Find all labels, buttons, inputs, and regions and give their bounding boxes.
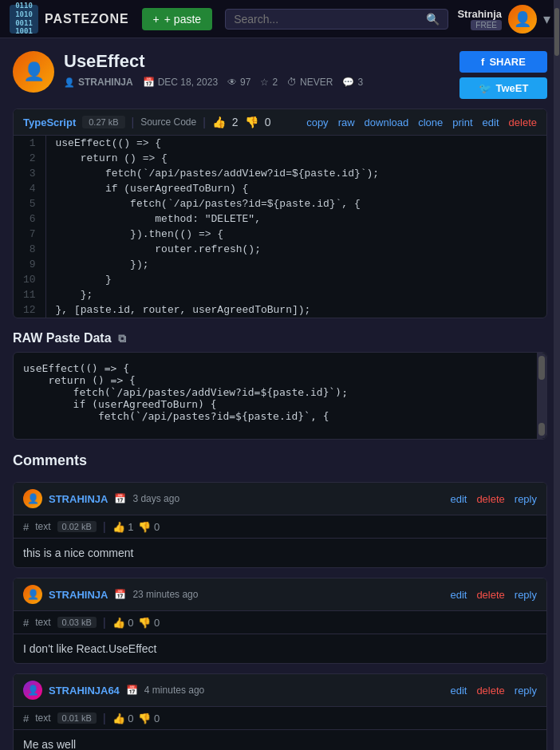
- comment-meta: # text 0.01 kB | 👍 0 👎 0: [14, 707, 546, 730]
- paste-date: 📅 DEC 18, 2023: [143, 77, 218, 88]
- line-code: router.refresh();: [45, 242, 546, 257]
- comment-meta: # text 0.03 kB | 👍 0 👎 0: [14, 611, 546, 634]
- line-number: 6: [14, 211, 45, 227]
- line-number: 2: [14, 151, 45, 166]
- paste-meta: 👤 STRAHINJA 📅 DEC 18, 2023 👁 97 ☆ 2 ⏱: [64, 77, 450, 88]
- comment-avatar: 👤: [23, 681, 42, 700]
- raw-box: useEffect(() => { return () => { fetch(`…: [13, 352, 547, 440]
- avatar-icon: 👤: [27, 493, 39, 504]
- search-input[interactable]: [234, 13, 421, 26]
- edit-button[interactable]: edit: [483, 116, 499, 128]
- comment-delete-button[interactable]: delete: [476, 685, 504, 697]
- comment-body: I don't like React.UseEffect: [14, 634, 546, 663]
- logo-area: 0110101000111001 PASTEZONE: [10, 5, 129, 34]
- comment-edit-button[interactable]: edit: [450, 685, 467, 697]
- dislike-button[interactable]: 👎 0: [138, 617, 160, 629]
- user-info: Strahinja FREE: [457, 8, 502, 30]
- page-scroll-thumb[interactable]: [554, 8, 559, 56]
- line-number: 5: [14, 196, 45, 211]
- comment-edit-button[interactable]: edit: [450, 589, 467, 601]
- line-code: useEffect(() => {: [45, 136, 546, 151]
- comment-delete-button[interactable]: delete: [476, 589, 504, 601]
- line-code: method: "DELETE",: [45, 211, 546, 227]
- comment: 👤 STRAHINJA 📅 3 days ago edit delete rep…: [13, 482, 547, 568]
- raw-section: RAW Paste Data ⧉ useEffect(() => { retur…: [13, 331, 547, 440]
- code-size: 0.27 kB: [82, 116, 124, 128]
- chevron-down-icon: ▾: [543, 11, 550, 27]
- line-code: }, [paste.id, router, userAgreedToBurn])…: [45, 302, 546, 318]
- comment-reply-button[interactable]: reply: [515, 493, 537, 505]
- user-menu-button[interactable]: ▾: [543, 10, 550, 28]
- raw-scroll-thumb-bottom[interactable]: [538, 423, 545, 436]
- thumbs-down-icon: 👎: [245, 116, 258, 128]
- comment-header: 👤 STRAHINJA64 📅 4 minutes ago edit delet…: [14, 674, 546, 707]
- comment-hash: #: [23, 521, 29, 533]
- comment-hash: #: [23, 617, 29, 629]
- thumbs-up-icon: 👍: [212, 116, 226, 128]
- twitter-icon: 🐦: [479, 82, 491, 94]
- like-button[interactable]: 👍 0: [112, 617, 134, 629]
- line-number: 1: [14, 136, 45, 151]
- code-container: TypeScript 0.27 kB | Source Code | 👍 2 👎…: [13, 109, 547, 318]
- comment-actions: edit delete reply: [450, 589, 537, 601]
- page-scrollbar[interactable]: [554, 0, 560, 750]
- comment-actions: edit delete reply: [450, 493, 537, 505]
- paste-comments: 💬 3: [342, 77, 363, 88]
- dislike-button[interactable]: 👎 0: [138, 712, 160, 724]
- delete-button[interactable]: delete: [509, 116, 537, 128]
- download-button[interactable]: download: [365, 116, 409, 128]
- likes-count: 2: [232, 116, 239, 128]
- comment-reply-button[interactable]: reply: [515, 589, 537, 601]
- comment-size: 0.02 kB: [57, 521, 97, 532]
- avatar: 👤: [508, 5, 537, 34]
- line-code: };: [45, 287, 546, 302]
- new-paste-button[interactable]: + + paste: [142, 8, 213, 30]
- code-actions: copy raw download clone print edit delet…: [306, 116, 537, 128]
- line-code: });: [45, 257, 546, 272]
- person-icon: 👤: [64, 77, 75, 88]
- vote-area: 👍 0 👎 0: [112, 617, 160, 629]
- line-number: 8: [14, 242, 45, 257]
- search-area: 🔍: [225, 9, 448, 30]
- vote-area: 👍 1 👎 0: [112, 521, 160, 533]
- comment-delete-button[interactable]: delete: [476, 493, 504, 505]
- comment-size: 0.03 kB: [57, 617, 97, 628]
- tweet-button[interactable]: 🐦 TweET: [459, 77, 547, 99]
- like-button[interactable]: 👍 1: [112, 521, 134, 533]
- share-button[interactable]: f SHARE: [459, 51, 547, 73]
- copy-raw-icon[interactable]: ⧉: [118, 332, 126, 345]
- comment-date: 23 minutes ago: [132, 589, 198, 600]
- share-area: f SHARE 🐦 TweET: [459, 51, 547, 99]
- copy-button[interactable]: copy: [306, 116, 328, 128]
- table-row: 4 if (userAgreedToBurn) {: [14, 181, 546, 196]
- comment-body: this is a nice comment: [14, 539, 546, 567]
- raw-button[interactable]: raw: [338, 116, 355, 128]
- comment-meta: # text 0.02 kB | 👍 1 👎 0: [14, 515, 546, 539]
- header-right: Strahinja FREE 👤 ▾: [457, 5, 550, 34]
- comment-username: STRAHINJA64: [49, 685, 120, 697]
- comment-header: 👤 STRAHINJA 📅 3 days ago edit delete rep…: [14, 483, 546, 515]
- star-icon: ☆: [260, 77, 269, 88]
- comment: 👤 STRAHINJA64 📅 4 minutes ago edit delet…: [13, 673, 547, 750]
- paste-info: UseEffect 👤 STRAHINJA 📅 DEC 18, 2023 👁 9…: [64, 51, 450, 88]
- raw-scrollbar[interactable]: [537, 353, 546, 439]
- eye-icon: 👁: [227, 77, 237, 88]
- comment-date: 4 minutes ago: [144, 685, 204, 696]
- table-row: 7 }).then(() => {: [14, 227, 546, 242]
- new-paste-label: + paste: [164, 13, 201, 26]
- comment-edit-button[interactable]: edit: [450, 493, 467, 505]
- meta-divider: |: [103, 712, 106, 724]
- comment-avatar: 👤: [23, 489, 42, 508]
- comment-reply-button[interactable]: reply: [515, 685, 537, 697]
- facebook-icon: f: [481, 56, 484, 68]
- dislike-button[interactable]: 👎 0: [138, 521, 160, 533]
- line-number: 12: [14, 302, 45, 318]
- user-badge: FREE: [471, 20, 502, 30]
- line-number: 9: [14, 257, 45, 272]
- like-button[interactable]: 👍 0: [112, 712, 134, 724]
- clone-button[interactable]: clone: [418, 116, 443, 128]
- calendar-icon: 📅: [114, 589, 126, 600]
- print-button[interactable]: print: [452, 116, 472, 128]
- raw-scroll-thumb[interactable]: [538, 356, 545, 380]
- comment-username: STRAHINJA: [49, 589, 108, 601]
